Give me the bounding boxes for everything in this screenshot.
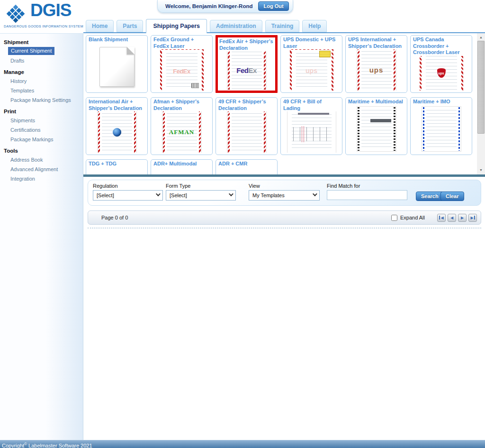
template-card-maritime-multimodal[interactable]: Maritime + Multimodal <box>345 97 407 155</box>
form-type-select[interactable]: [Select] <box>166 190 236 201</box>
dark-header-bar <box>370 119 391 122</box>
template-card-fedex-air[interactable]: FedEx Air + Shipper’s Declaration FedEx <box>216 35 278 93</box>
bill-of-lading-thumbnail <box>283 111 340 153</box>
template-card-adr-multimodal[interactable]: ADR+ Multimodal <box>151 159 213 174</box>
last-page-button[interactable]: ▶ <box>468 214 477 222</box>
find-match-input[interactable] <box>327 190 407 200</box>
tab-underline <box>83 32 485 33</box>
scrollbar-down-icon[interactable]: ▼ <box>477 167 485 174</box>
tab-shipping-papers[interactable]: Shipping Papers <box>146 19 207 33</box>
yellow-hazard-label <box>319 51 331 57</box>
sidebar-item-certifications[interactable]: Certifications <box>0 125 83 135</box>
view-value: My Templates <box>252 192 285 198</box>
ups-watermark: ups <box>305 67 317 74</box>
template-card-afman[interactable]: Afman + Shipper’s Declaration AFMAN <box>151 97 213 155</box>
barcode-icon <box>191 83 199 88</box>
form-lines <box>232 113 262 151</box>
template-card-title: ADR + CMR <box>218 161 275 167</box>
sidebar-section-tools: Tools <box>4 148 83 154</box>
scrollbar-up-icon[interactable]: ▲ <box>477 34 485 41</box>
ups-international-thumbnail: ups <box>348 49 404 91</box>
dgis-logo: DGIS DANGEROUS GOODS INFORMATION SYSTEM <box>3 1 83 31</box>
sidebar-item-shipments[interactable]: Shipments <box>0 116 83 125</box>
grid-scrollbar[interactable]: ▲ ▼ <box>477 33 485 174</box>
template-card-blank-shipment[interactable]: Blank Shipment <box>86 35 148 93</box>
filter-panel: Regulation [Select] Form Type [Select] V… <box>88 180 481 206</box>
sidebar-item-address-book[interactable]: Address Book <box>0 155 83 165</box>
find-match-label: Find Match for <box>327 183 407 189</box>
welcome-bar: Welcome, Benjamin Klinger-Rond Log Out <box>157 0 293 13</box>
first-page-button[interactable]: ◀ <box>437 214 446 222</box>
dgis-app: DGIS DANGEROUS GOODS INFORMATION SYSTEM … <box>0 0 485 448</box>
template-card-ups-international[interactable]: UPS International + Shipper’s Declaratio… <box>345 35 407 93</box>
template-card-adr-cmr[interactable]: ADR + CMR <box>216 159 278 174</box>
template-grid: Blank Shipment FedEx Ground + FedEx Lase… <box>83 33 485 177</box>
page-indicator: Page 0 of 0 <box>101 215 128 220</box>
pager-bar: Page 0 of 0 Expand All ◀ ◀ ▶ ▶ <box>88 210 481 225</box>
sidebar-section-shipment: Shipment <box>4 39 83 45</box>
first-page-icon <box>439 216 440 219</box>
grid-bottom-bar <box>83 174 485 177</box>
template-card-fedex-ground[interactable]: FedEx Ground + FedEx Laser FedEx <box>151 35 213 93</box>
template-card-title: Afman + Shipper’s Declaration <box>153 99 210 111</box>
adr-multimodal-thumbnail <box>153 167 210 175</box>
tab-home[interactable]: Home <box>86 20 114 32</box>
logo-title: DGIS <box>30 0 71 20</box>
sidebar-item-templates[interactable]: Templates <box>0 86 83 95</box>
template-card-title: FedEx Ground + FedEx Laser <box>153 37 210 49</box>
tdg-thumbnail <box>89 167 145 175</box>
template-card-maritime-imo[interactable]: Maritime + IMO <box>410 97 472 155</box>
template-card-title: UPS International + Shipper’s Declaratio… <box>348 37 404 49</box>
template-card-49cfr-shippers[interactable]: 49 CFR + Shipper’s Declaration <box>216 97 278 155</box>
view-select[interactable]: My Templates <box>249 190 320 201</box>
regulation-label: Regulation <box>93 183 163 189</box>
next-page-button[interactable]: ▶ <box>458 214 467 222</box>
document-title-bar <box>298 113 329 115</box>
previous-page-button[interactable]: ◀ <box>448 214 456 222</box>
template-card-tdg[interactable]: TDG + TDG <box>86 159 148 174</box>
footer: Copyright© Labelmaster Software 2021 <box>0 440 485 448</box>
sidebar-item-package-markings[interactable]: Package Markings <box>0 135 83 144</box>
template-card-49cfr-bol[interactable]: 49 CFR + Bill of Lading <box>280 97 342 155</box>
search-button[interactable]: Search <box>416 192 444 201</box>
welcome-text: Welcome, Benjamin Klinger-Rond <box>165 3 252 9</box>
tab-training[interactable]: Training <box>265 20 300 32</box>
clear-button[interactable]: Clear <box>440 192 464 201</box>
afman-logo: AFMAN <box>169 128 194 136</box>
logout-button[interactable]: Log Out <box>258 1 288 11</box>
international-air-thumbnail <box>89 111 145 153</box>
sidebar-item-history[interactable]: History <box>0 76 83 86</box>
sidebar-item-advanced-alignment[interactable]: Advanced Alignment <box>0 165 83 174</box>
form-type-value: [Select] <box>170 192 187 198</box>
scrollbar-thumb[interactable] <box>477 41 485 134</box>
maritime-multimodal-thumbnail <box>348 105 404 153</box>
template-card-ups-domestic[interactable]: UPS Domestic + UPS Laser ups <box>280 35 342 93</box>
sidebar-section-manage: Manage <box>4 69 83 75</box>
template-card-ups-canada[interactable]: UPS Canada Crossborder + Crossborder Las… <box>410 35 472 93</box>
maritime-imo-thumbnail <box>413 105 469 153</box>
template-card-title: International Air + Shipper’s Declaratio… <box>89 99 145 111</box>
sidebar-item-integration[interactable]: Integration <box>0 174 83 183</box>
table-columns <box>293 127 331 141</box>
afman-thumbnail: AFMAN <box>153 111 210 153</box>
template-card-title: UPS Domestic + UPS Laser <box>283 37 340 49</box>
fedex-ground-thumbnail: FedEx <box>153 49 210 91</box>
tab-administration[interactable]: Administration <box>210 20 262 32</box>
template-card-title: Blank Shipment <box>89 37 145 43</box>
ups-canada-thumbnail: ups <box>413 56 469 91</box>
sidebar-item-current-shipment[interactable]: Current Shipment <box>8 47 54 55</box>
sidebar-item-package-marking-settings[interactable]: Package Marking Settings <box>0 95 83 105</box>
tab-parts[interactable]: Parts <box>117 20 143 32</box>
expand-all-label: Expand All <box>400 215 425 220</box>
expand-all-checkbox[interactable] <box>391 215 397 221</box>
template-card-title: Maritime + IMO <box>413 99 469 105</box>
sidebar-item-drafts[interactable]: Drafts <box>0 56 83 65</box>
tab-help[interactable]: Help <box>302 20 327 32</box>
template-cards: Blank Shipment FedEx Ground + FedEx Lase… <box>83 33 476 174</box>
fedex-logo: FedEx <box>236 66 257 74</box>
expand-all-control: Expand All <box>391 215 425 221</box>
main-content: Blank Shipment FedEx Ground + FedEx Lase… <box>83 33 485 440</box>
regulation-value: [Select] <box>97 192 114 198</box>
template-card-international-air[interactable]: International Air + Shipper’s Declaratio… <box>86 97 148 155</box>
regulation-select[interactable]: [Select] <box>93 190 163 201</box>
